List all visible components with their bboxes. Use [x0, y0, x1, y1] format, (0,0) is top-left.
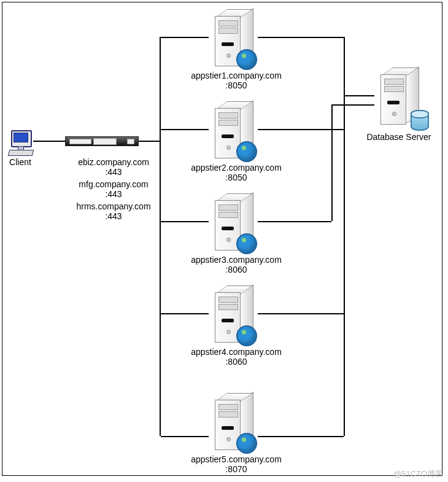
db-bus-outer-to-db [345, 95, 374, 96]
conn-app2-db [258, 129, 344, 130]
conn-to-app5 [161, 436, 209, 437]
lb-entry-2: mfg.company.com :443 [68, 179, 160, 199]
conn-to-app3 [161, 221, 209, 222]
conn-lb-bus [139, 141, 160, 142]
globe-icon [236, 141, 257, 162]
app-server-2-icon [212, 101, 255, 160]
conn-to-app4 [161, 313, 209, 314]
load-balancer-icon [65, 136, 139, 146]
bus-vertical [160, 37, 161, 436]
db-bus-inner-v [331, 104, 333, 221]
conn-app1-db [258, 37, 344, 38]
db-bus-inner-to-db [333, 104, 374, 106]
app-server-5-label: appstier5.company.com :8070 [178, 454, 295, 474]
app-server-2-label: appstier2.company.com :8050 [178, 163, 295, 182]
database-cylinder-icon [411, 110, 429, 131]
lb-entry-1: ebiz.company.com :443 [68, 157, 160, 177]
conn-client-lb [33, 141, 65, 142]
conn-to-app1 [161, 37, 209, 38]
app-server-5-icon [212, 393, 255, 451]
database-label: Database Server [356, 132, 442, 142]
watermark: @51CTO博客 [393, 468, 443, 480]
app-server-4-icon [212, 286, 255, 344]
globe-icon [236, 233, 257, 254]
db-bus-outer-v [344, 37, 345, 436]
globe-icon [236, 49, 257, 70]
app-server-1-icon [212, 9, 255, 68]
database-server-icon [377, 68, 420, 126]
conn-app3-db [258, 221, 331, 222]
app-server-3-label: appstier3.company.com :8060 [178, 255, 295, 274]
client-label: Client [2, 157, 38, 167]
lb-entry-3: hrms.company.com :443 [68, 201, 160, 221]
client-icon [7, 130, 33, 155]
conn-app5-db [258, 436, 344, 437]
conn-app4-db [258, 313, 344, 314]
globe-icon [236, 325, 257, 346]
conn-to-app2 [161, 129, 209, 130]
app-server-4-label: appstier4.company.com :8060 [178, 347, 295, 367]
globe-icon [236, 433, 257, 454]
diagram-canvas: Client ebiz.company.com :443 mfg.company… [0, 0, 448, 482]
app-server-1-label: appstier1.company.com :8050 [178, 71, 295, 90]
app-server-3-icon [212, 193, 255, 252]
